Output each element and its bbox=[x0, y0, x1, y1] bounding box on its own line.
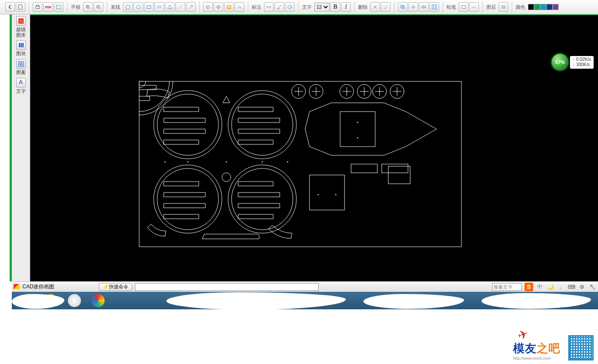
bold-button[interactable]: B bbox=[331, 2, 340, 12]
svg-rect-1 bbox=[36, 6, 40, 8]
svg-point-34 bbox=[165, 161, 166, 163]
svg-rect-20 bbox=[19, 43, 20, 47]
zoom-out-button[interactable] bbox=[94, 2, 103, 12]
svg-rect-22 bbox=[22, 43, 24, 47]
export-pdf-button[interactable]: PDF bbox=[43, 2, 53, 12]
print-button[interactable] bbox=[33, 2, 42, 12]
cad-drawing bbox=[139, 81, 462, 247]
annot-label: 标注 bbox=[252, 4, 261, 10]
library-icon bbox=[16, 16, 26, 26]
sketch-rect-button[interactable] bbox=[459, 2, 468, 12]
taskbar-app-3[interactable] bbox=[68, 294, 81, 307]
new-file-button[interactable] bbox=[16, 2, 25, 12]
search-text-input[interactable] bbox=[492, 283, 522, 291]
settings-icon[interactable]: ⚙ bbox=[578, 283, 586, 291]
main-toolbar: PDF 平移 直线 标注 文字 12 B I 删除 bbox=[0, 0, 598, 14]
tool-icon[interactable]: 🔧 bbox=[588, 283, 596, 291]
sidebar-text[interactable]: A 文字 bbox=[13, 78, 29, 94]
shape-circle-button[interactable] bbox=[134, 2, 143, 12]
qr-code bbox=[568, 335, 594, 360]
svg-point-38 bbox=[262, 161, 263, 163]
tool-rotate-button[interactable] bbox=[203, 2, 213, 12]
svg-point-27 bbox=[139, 81, 146, 88]
status-bar: CAD迷你画图 快捷命令 S 中 🌙 ， ⌨ ⚙ 🔧 bbox=[12, 281, 598, 292]
quick-command-button[interactable]: 快捷命令 bbox=[99, 283, 132, 291]
pattern-icon bbox=[16, 59, 26, 69]
tool-spline-button[interactable] bbox=[235, 2, 244, 12]
svg-rect-15 bbox=[435, 5, 437, 7]
dim-linear-button[interactable] bbox=[264, 2, 274, 12]
shape-line-button[interactable] bbox=[176, 2, 185, 12]
svg-rect-18 bbox=[462, 6, 466, 9]
svg-rect-23 bbox=[18, 61, 24, 66]
app-name: CAD迷你画图 bbox=[22, 283, 54, 290]
swatch-purple[interactable] bbox=[552, 4, 559, 10]
sidebar-block[interactable]: 图块 bbox=[13, 40, 29, 56]
moon-icon[interactable]: 🌙 bbox=[546, 283, 554, 291]
svg-point-35 bbox=[226, 161, 227, 163]
zoom-in-button[interactable] bbox=[83, 2, 93, 12]
array-button[interactable] bbox=[429, 2, 439, 12]
swatch-blue[interactable] bbox=[546, 4, 552, 10]
svg-rect-21 bbox=[21, 43, 22, 47]
svg-rect-28 bbox=[340, 112, 375, 147]
svg-point-7 bbox=[137, 5, 141, 9]
font-size-select[interactable]: 12 bbox=[314, 3, 330, 11]
svg-point-36 bbox=[287, 161, 288, 163]
sketch-free-button[interactable] bbox=[469, 2, 479, 12]
line-label: 直线 bbox=[111, 4, 120, 10]
dim-radius-button[interactable] bbox=[285, 2, 295, 12]
shape-triangle-button[interactable] bbox=[165, 2, 175, 12]
mirror-button[interactable] bbox=[419, 2, 429, 12]
nav-back-button[interactable] bbox=[5, 2, 15, 12]
svg-rect-17 bbox=[435, 8, 437, 10]
app-logo-icon bbox=[14, 284, 20, 290]
svg-point-42 bbox=[357, 137, 359, 139]
svg-rect-24 bbox=[139, 81, 461, 247]
shape-arrow-button[interactable] bbox=[186, 2, 196, 12]
svg-rect-29 bbox=[310, 175, 345, 210]
dim-angle-button[interactable] bbox=[274, 2, 284, 12]
svg-rect-19 bbox=[18, 18, 24, 24]
svg-rect-32 bbox=[388, 166, 410, 184]
svg-rect-3 bbox=[56, 5, 61, 9]
sogou-ime-icon[interactable]: S bbox=[524, 283, 533, 291]
swatch-green[interactable] bbox=[534, 4, 540, 10]
shape-polyline-button[interactable] bbox=[155, 2, 164, 12]
network-widget: 57% 0.02K/s 300K/s bbox=[552, 54, 594, 70]
ime-lang-icon[interactable]: 中 bbox=[536, 283, 544, 291]
svg-point-41 bbox=[357, 122, 359, 123]
taskbar-app-4[interactable] bbox=[91, 294, 105, 307]
delete-label: 删除 bbox=[358, 4, 368, 10]
copy-button[interactable] bbox=[398, 2, 408, 12]
text-icon: A bbox=[16, 78, 26, 88]
svg-point-37 bbox=[187, 161, 189, 163]
italic-button[interactable]: I bbox=[341, 2, 351, 12]
comma-icon[interactable]: ， bbox=[557, 283, 565, 291]
network-dial[interactable]: 57% bbox=[552, 54, 568, 70]
left-sidebar: 超级 图库 图块 图案 A 文字 bbox=[12, 14, 30, 281]
block-icon bbox=[16, 40, 26, 50]
svg-point-39 bbox=[318, 194, 319, 196]
delete-button[interactable] bbox=[370, 2, 380, 12]
layer-manager-button[interactable] bbox=[499, 2, 508, 12]
move-button[interactable] bbox=[408, 2, 418, 12]
export-image-button[interactable] bbox=[54, 2, 63, 12]
tool-hatch-button[interactable] bbox=[224, 2, 234, 12]
tool-gear-button[interactable] bbox=[214, 2, 223, 12]
swatch-black[interactable] bbox=[528, 4, 534, 10]
swatch-cyan[interactable] bbox=[540, 4, 546, 10]
sidebar-pattern[interactable]: 图案 bbox=[13, 59, 29, 75]
erase-button[interactable] bbox=[381, 2, 390, 12]
shape-pentagon-button[interactable] bbox=[123, 2, 133, 12]
drawing-canvas[interactable]: 57% 0.02K/s 300K/s bbox=[30, 14, 598, 281]
pencil-label: 铅笔 bbox=[447, 4, 456, 10]
sidebar-library[interactable]: 超级 图库 bbox=[13, 16, 29, 38]
shape-rect-button[interactable] bbox=[144, 2, 154, 12]
keyboard-icon[interactable]: ⌨ bbox=[567, 283, 575, 291]
command-input[interactable] bbox=[135, 283, 319, 291]
pan-label: 平移 bbox=[71, 4, 81, 10]
download-rate: 300K/s bbox=[573, 62, 591, 68]
color-label: 颜色 bbox=[516, 4, 525, 10]
svg-rect-31 bbox=[382, 164, 408, 173]
